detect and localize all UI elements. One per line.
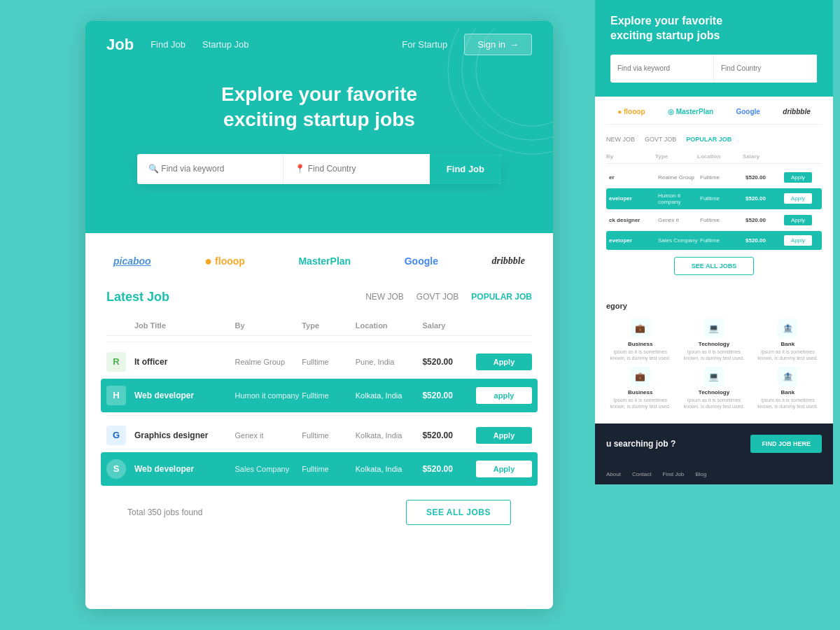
preview-tab-govt[interactable]: GOVT JOB — [645, 136, 676, 143]
job-tabs: NEW JOB GOVT JOB POPULAR JOB — [365, 292, 532, 302]
preview-job-type-2: Fulltime — [700, 195, 746, 202]
see-all-jobs-button[interactable]: SEE ALL JOBS — [406, 500, 511, 525]
preview-category-grid-1: 💼 Business Ipsum as it is sometimes know… — [606, 318, 822, 361]
tab-new-job[interactable]: NEW JOB — [365, 292, 404, 302]
preview-keyword-input[interactable] — [610, 55, 713, 83]
logo-google: Google — [405, 255, 438, 267]
latest-jobs-section: Latest Job NEW JOB GOVT JOB POPULAR JOB … — [106, 290, 532, 486]
preview-job-row-1: er Realme Group Fulltime $520.00 Apply — [606, 168, 822, 187]
footer-link-find-job[interactable]: Find Job — [662, 471, 684, 477]
preview-job-company-3: Genex it — [658, 217, 700, 223]
preview-category-title: egory — [606, 302, 822, 310]
col-location: Location — [356, 321, 423, 330]
job-company-3: Genex it — [235, 431, 302, 440]
bank-icon-1: 🏦 — [778, 318, 797, 338]
preview-title: Explore your favorite exciting startup j… — [610, 14, 818, 43]
preview-hero: Explore your favorite exciting startup j… — [595, 0, 833, 97]
cat-desc-6: Ipsum as it is sometimes known, is dummy… — [754, 397, 822, 410]
job-company-4: Sales Company — [235, 465, 302, 473]
cat-name-5: Technology — [680, 389, 748, 396]
hero-title: Explore your favorite exciting startup j… — [113, 82, 525, 133]
preview-job-type-1: Fulltime — [700, 174, 746, 181]
preview-cat-business-1: 💼 Business Ipsum as it is sometimes know… — [606, 318, 674, 361]
tab-popular-job[interactable]: POPULAR JOB — [471, 292, 532, 302]
preview-see-all-button[interactable]: SEE ALL JOBS — [674, 257, 755, 275]
preview-cat-technology-1: 💻 Technology Ipsum as it is sometimes kn… — [680, 318, 748, 361]
country-input[interactable] — [284, 154, 429, 184]
apply-button-4[interactable]: Apply — [476, 461, 532, 477]
col-type: Type — [302, 321, 356, 330]
preview-apply-2[interactable]: Apply — [784, 193, 812, 204]
tab-govt-job[interactable]: GOVT JOB — [416, 292, 458, 302]
nav-startup-job[interactable]: Startup Job — [202, 39, 249, 50]
cat-desc-3: Ipsum as it is sometimes known, is dummy… — [754, 349, 822, 361]
total-jobs-count: Total 350 jobs found — [127, 507, 202, 517]
preview-logo-google: Google — [736, 108, 760, 115]
preview-see-all: SEE ALL JOBS — [606, 257, 822, 275]
cat-name-4: Business — [606, 389, 674, 396]
job-row-1: R It officer Realme Group Fulltime Pune,… — [106, 345, 532, 379]
job-salary-4: $520.00 — [422, 464, 476, 474]
bank-icon-2: 🏦 — [778, 367, 797, 386]
preview-apply-4[interactable]: Apply — [784, 235, 812, 246]
preview-logos: ● flooop ◎ MasterPlan Google dribbble — [606, 108, 822, 125]
preview-find-job-here-button[interactable]: FIND JOB HERE — [750, 435, 822, 453]
section-title: Latest Job — [106, 290, 169, 304]
preview-job-company-1: Realme Group — [658, 174, 700, 181]
preview-tab-new[interactable]: NEW JOB — [606, 136, 635, 143]
job-icon-4: S — [106, 459, 126, 479]
cat-desc-1: Ipsum as it is sometimes known, is dummy… — [606, 349, 674, 361]
logo-picaboo: picaboo — [113, 255, 151, 267]
logo-masterplan: MasterPlan — [298, 255, 351, 267]
technology-icon-2: 💻 — [704, 367, 724, 386]
job-location-1: Pune, India — [356, 358, 423, 366]
apply-button-3[interactable]: Apply — [476, 427, 532, 444]
preview-country-input[interactable] — [713, 55, 817, 83]
find-job-button[interactable]: Find Job — [430, 154, 501, 184]
job-table: Job Title By Type Location Salary R It o… — [106, 316, 532, 486]
card-footer: Total 350 jobs found SEE ALL JOBS — [106, 489, 532, 536]
table-header: Job Title By Type Location Salary — [106, 316, 532, 336]
preview-find-job-button[interactable]: Find job — [817, 55, 818, 83]
business-icon-1: 💼 — [631, 318, 650, 338]
footer-link-about[interactable]: About — [606, 471, 621, 477]
preview-footer: About Contact Find Job Blog — [595, 464, 833, 484]
job-salary-2: $520.00 — [422, 391, 476, 400]
main-card: Job Find Job Startup Job For Startup Sig… — [85, 21, 553, 609]
footer-link-blog[interactable]: Blog — [695, 471, 706, 477]
cat-desc-4: Ipsum as it is sometimes known, is dummy… — [606, 397, 674, 410]
signin-button[interactable]: Sign in → — [464, 34, 532, 55]
job-row-2: H Web developer Humon it company Fulltim… — [101, 379, 538, 412]
pcol-type: Type — [655, 153, 697, 160]
preview-job-type-4: Fulltime — [700, 237, 746, 244]
job-title-2: Web developer — [134, 391, 235, 400]
business-icon-2: 💼 — [631, 367, 650, 386]
job-row-4: S Web developer Sales Company Fulltime K… — [101, 452, 538, 486]
apply-button-2[interactable]: apply — [476, 387, 532, 404]
preview-job-title-4: eveloper — [609, 237, 658, 244]
preview-apply-3[interactable]: Apply — [784, 215, 812, 225]
preview-job-salary-3: $520.00 — [746, 217, 784, 223]
job-title-4: Web developer — [134, 464, 235, 474]
preview-apply-1[interactable]: Apply — [784, 172, 812, 183]
preview-logo-masterplan: ◎ MasterPlan — [668, 108, 713, 115]
preview-tab-popular[interactable]: POPULAR JOB — [686, 136, 732, 143]
job-title-3: Graphics designer — [134, 430, 235, 440]
preview-category-section: egory 💼 Business Ipsum as it is sometime… — [595, 293, 833, 424]
nav-find-job[interactable]: Find Job — [150, 39, 186, 50]
keyword-input[interactable] — [137, 154, 284, 184]
preview-cat-bank-1: 🏦 Bank Ipsum as it is sometimes known, i… — [754, 318, 822, 361]
preview-job-row-2: eveloper Humon it company Fulltime $520.… — [606, 188, 822, 209]
footer-link-contact[interactable]: Contact — [632, 471, 652, 477]
nav-for-startup: For Startup — [402, 39, 447, 50]
apply-button-1[interactable]: Apply — [476, 354, 532, 370]
preview-job-row-4: eveloper Sales Company Fulltime $520.00 … — [606, 231, 822, 250]
navigation: Job Find Job Startup Job For Startup Sig… — [85, 21, 553, 68]
preview-search-bar: Find job — [610, 55, 818, 83]
preview-category-grid-2: 💼 Business Ipsum as it is sometimes know… — [606, 367, 822, 410]
logo-dribbble: dribbble — [492, 255, 525, 267]
job-type-3: Fulltime — [302, 431, 356, 440]
job-row-3: G Graphics designer Genex it Fulltime Ko… — [106, 419, 532, 452]
pcol-location: Location — [697, 153, 743, 160]
partner-logos: picaboo ● flooop MasterPlan Google dribb… — [106, 254, 532, 269]
